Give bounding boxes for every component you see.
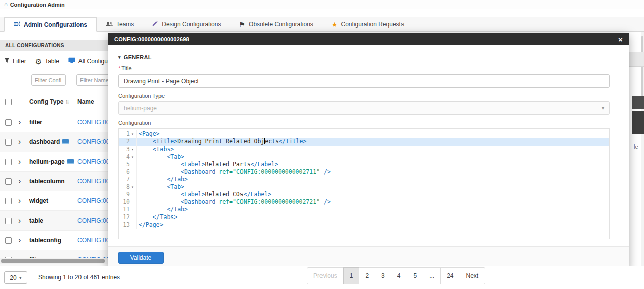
- expand-row-icon[interactable]: ›: [18, 137, 21, 147]
- code-line[interactable]: 7 </Tab>: [119, 176, 609, 183]
- all-configurations-button[interactable]: All Configurati: [68, 57, 108, 65]
- config-type-cell: tableconfig: [29, 237, 61, 244]
- code-line[interactable]: 4▾ <Tab>: [119, 153, 609, 161]
- code-line[interactable]: 2 <Title>Drawing Print Related Objects</…: [119, 138, 609, 146]
- line-number: 9: [119, 191, 131, 198]
- code-line[interactable]: 12 </Tabs>: [119, 213, 609, 221]
- page-button-5[interactable]: 5: [407, 267, 423, 284]
- truncated-background-text: le: [634, 143, 638, 150]
- code-line-text: <Dashboard ref="CONFIG:0000000000002711"…: [137, 168, 331, 176]
- app-title: Configuration Admin: [10, 2, 65, 8]
- general-section-toggle[interactable]: ▾ GENERAL: [118, 54, 610, 60]
- validate-button[interactable]: Validate: [118, 252, 164, 264]
- close-icon[interactable]: ×: [618, 36, 623, 43]
- fold-caret-icon[interactable]: ▾: [131, 130, 136, 138]
- tab-teams[interactable]: Teams: [97, 17, 143, 31]
- line-number-gutter: 1▾: [119, 130, 137, 138]
- expand-row-icon[interactable]: ›: [18, 176, 21, 186]
- page-button-3[interactable]: 3: [375, 267, 391, 284]
- line-number: 6: [119, 168, 131, 176]
- code-line[interactable]: 6 <Dashboard ref="CONFIG:000000000000271…: [119, 168, 609, 176]
- config-link[interactable]: CONFIG:000: [77, 217, 108, 224]
- row-checkbox[interactable]: [5, 198, 12, 204]
- code-line-text: <Tabs>: [137, 146, 174, 153]
- code-line-text: </Tab>: [137, 176, 188, 183]
- fold-caret-icon[interactable]: ▾: [131, 153, 136, 161]
- chevron-down-icon: ▾: [602, 105, 604, 111]
- page-button-previous[interactable]: Previous: [307, 267, 344, 284]
- config-link[interactable]: CONFIG:000: [77, 237, 108, 244]
- table-row: ›widgetCONFIG:000: [0, 191, 108, 211]
- page-button-4[interactable]: 4: [391, 267, 408, 284]
- code-line[interactable]: 13</Page>: [119, 221, 609, 229]
- config-link[interactable]: CONFIG:000: [77, 138, 108, 146]
- column-header-name[interactable]: Name: [77, 98, 94, 105]
- code-line[interactable]: 9 <Label>Related COs</Label>: [119, 191, 609, 198]
- page-button-next[interactable]: Next: [460, 267, 486, 284]
- table-settings-button[interactable]: ⚙ Table: [35, 58, 59, 65]
- column-header-config-type[interactable]: Config Type: [29, 98, 63, 105]
- pagination-bar: 20 ▾ Showing 1 to 20 of 461 entries Prev…: [0, 266, 644, 289]
- tab-design-configurations[interactable]: Design Configurations: [143, 17, 230, 31]
- showing-entries-text: Showing 1 to 20 of 461 entries: [38, 274, 120, 281]
- home-icon[interactable]: ⌂: [4, 2, 8, 7]
- page-button-2[interactable]: 2: [359, 267, 375, 284]
- page-button-24[interactable]: 24: [440, 267, 460, 284]
- config-link[interactable]: CONFIG:000: [77, 197, 108, 204]
- expand-row-icon[interactable]: ›: [18, 117, 21, 127]
- sort-icon[interactable]: ⇅: [65, 99, 69, 105]
- code-line[interactable]: 1▾<Page>: [119, 130, 609, 138]
- row-checkbox[interactable]: [5, 218, 12, 224]
- config-link[interactable]: CONFIG:000: [77, 158, 108, 165]
- background-dark-panel: [632, 96, 644, 109]
- row-checkbox[interactable]: [5, 237, 12, 244]
- code-line[interactable]: 10 <Dashboard ref="CONFIG:00000000000027…: [119, 198, 609, 206]
- configuration-type-select[interactable]: helium-page ▾: [118, 101, 610, 115]
- config-link[interactable]: CONFIG:000: [77, 178, 108, 185]
- config-link[interactable]: CONFIG:000: [77, 119, 108, 126]
- filter-button[interactable]: Filter: [4, 58, 26, 65]
- filter-config-type-input[interactable]: [31, 74, 66, 86]
- code-line[interactable]: 11 </Tab>: [119, 206, 609, 213]
- tab-obsolete-configurations[interactable]: ⚑ Obsolete Configurations: [230, 17, 322, 31]
- page-button-ellipsis[interactable]: ...: [423, 267, 441, 284]
- fold-caret-icon[interactable]: ▾: [131, 183, 136, 191]
- tab-admin-configurations[interactable]: Admin Configurations: [4, 17, 97, 32]
- filter-name-input[interactable]: [76, 74, 108, 86]
- table-row: ›tableCONFIG:000: [0, 211, 108, 231]
- expand-row-icon[interactable]: ›: [18, 235, 21, 245]
- line-number: 7: [119, 176, 131, 183]
- horizontal-scrollbar[interactable]: [0, 258, 108, 264]
- line-number-gutter: 8▾: [119, 183, 137, 191]
- code-line-text: </Tab>: [137, 206, 188, 213]
- all-configurations-header: ALL CONFIGURATIONS: [0, 40, 108, 51]
- expand-row-icon[interactable]: ›: [18, 215, 21, 225]
- tab-label: Admin Configurations: [24, 21, 87, 28]
- dialog-title: CONFIG:0000000000002698: [114, 36, 189, 42]
- config-type-cell: tablecolumn: [29, 178, 65, 185]
- expand-row-icon[interactable]: ›: [18, 196, 21, 205]
- code-editor[interactable]: 1▾<Page>2 <Title>Drawing Print Related O…: [118, 128, 610, 239]
- row-checkbox[interactable]: [5, 119, 12, 126]
- horizontal-scrollbar-thumb[interactable]: [1, 259, 105, 263]
- fold-caret-icon: [131, 213, 136, 221]
- title-input[interactable]: [118, 74, 610, 88]
- code-line[interactable]: 8▾ <Tab>: [119, 183, 609, 191]
- code-line-text: <Tab>: [137, 183, 184, 191]
- line-number-gutter: 2: [119, 138, 137, 146]
- row-checkbox[interactable]: [5, 178, 12, 185]
- obsolete-flag-icon: ⚑: [239, 21, 245, 28]
- fold-caret-icon[interactable]: ▾: [131, 146, 136, 153]
- select-all-checkbox[interactable]: [5, 99, 12, 105]
- code-line-text: <Label>Related Parts</Label>: [137, 161, 278, 168]
- page-button-1[interactable]: 1: [343, 267, 360, 284]
- code-line[interactable]: 3▾ <Tabs>: [119, 146, 609, 153]
- row-checkbox[interactable]: [5, 159, 12, 165]
- expand-row-icon[interactable]: ›: [18, 157, 21, 166]
- code-line[interactable]: 5 <Label>Related Parts</Label>: [119, 161, 609, 168]
- page-size-select[interactable]: 20 ▾: [4, 271, 27, 284]
- table-row: ›helium-pageCONFIG:000: [0, 152, 108, 172]
- row-checkbox[interactable]: [5, 139, 12, 146]
- screen: ⌂ Configuration Admin Admin Configuratio…: [0, 0, 644, 289]
- tab-configuration-requests[interactable]: ★ Configuration Requests: [323, 17, 413, 31]
